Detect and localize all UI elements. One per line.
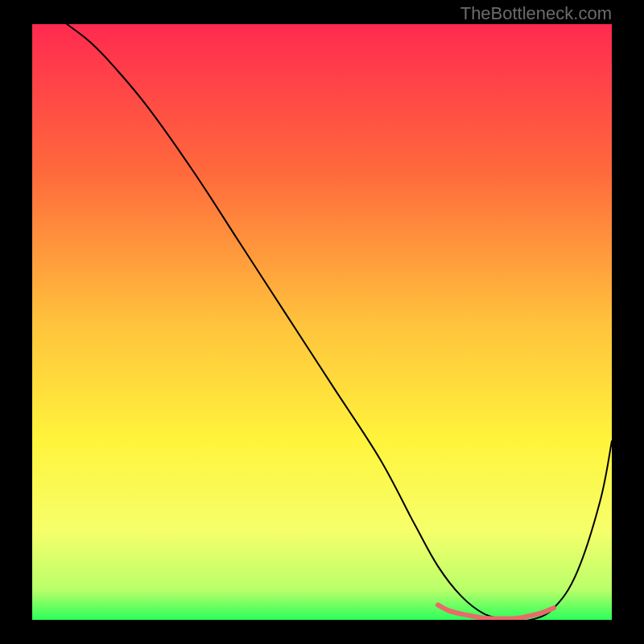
chart-background: [32, 24, 612, 620]
chart-svg: [32, 24, 612, 620]
watermark: TheBottleneck.com: [460, 3, 612, 24]
chart-plot-area: [32, 24, 612, 620]
